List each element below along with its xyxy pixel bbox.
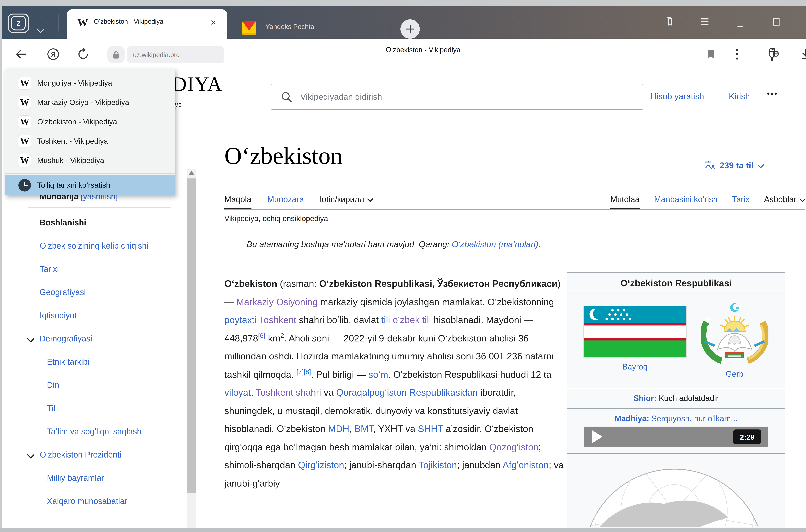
motto-row: Shior: Kuch adolatdadir (567, 388, 785, 409)
toc-item-label: Etnik tarkibi (47, 357, 90, 366)
maximize-button[interactable] (770, 16, 783, 28)
wikipedia-favicon: W (18, 154, 31, 167)
toc-item[interactable]: Milliy bayramlar (28, 473, 157, 483)
address-bar[interactable]: uz.wikipedia.org (127, 46, 224, 63)
history-item-label: Toshkent - Vikipediya (37, 137, 108, 146)
article-tab[interactable]: Maqola (224, 195, 251, 209)
chevron-down-icon (800, 196, 806, 202)
passwords-key-button[interactable] (764, 42, 782, 66)
toc-item[interactable]: Geografiyasi (28, 287, 150, 298)
toc-item[interactable]: Oʻzbekiston Prezidenti (28, 450, 150, 460)
coat-of-arms-image[interactable] (701, 300, 768, 367)
login-link[interactable]: Kirish (729, 91, 750, 101)
yandex-mail-favicon (242, 21, 256, 35)
toc-item-label: Demografiyasi (40, 334, 92, 343)
location-globe-image (567, 454, 785, 527)
toc-item[interactable]: Taʼlim va sogʻliqni saqlash (28, 426, 157, 437)
history-menu-item[interactable]: W Markaziy Osiyo - Vikipediya (5, 93, 175, 112)
site-subtitle: Vikipediya, ochiq ensiklopediya (224, 214, 328, 223)
plus-icon (406, 25, 414, 33)
language-selector[interactable]: A 239 ta til (704, 159, 763, 173)
download-button[interactable] (797, 42, 806, 66)
new-tab-button[interactable] (400, 19, 420, 39)
article-tab-label: Asboblar (764, 195, 797, 205)
wiki-search-box[interactable] (271, 84, 643, 110)
second-tab[interactable]: Yandeks Pochta (266, 23, 314, 31)
toc-item-label: Til (47, 404, 55, 413)
toc-expand-chevron-icon[interactable] (27, 451, 35, 459)
history-item-label: Markaziy Osiyo - Vikipediya (37, 98, 129, 107)
history-menu-item[interactable]: W Mushuk - Vikipediya (5, 151, 175, 170)
country-infobox: Oʻzbekiston Respublikasi Bayroq (567, 272, 785, 528)
article-tab-label: Maqola (224, 195, 251, 205)
article-tab-label: Tarix (732, 195, 750, 205)
menu-separator (5, 173, 175, 174)
search-icon (280, 91, 293, 106)
window-frame-left (0, 0, 2, 532)
history-item-list: W Mongoliya - Vikipediya W Markaziy Osiy… (5, 74, 175, 170)
reload-button[interactable] (75, 42, 92, 66)
toc-item[interactable]: Demografiyasi (28, 334, 150, 344)
flag-crescent (590, 308, 602, 321)
toc-item[interactable]: Iqtisodiyot (28, 310, 150, 321)
toc-item[interactable]: Din (28, 380, 157, 391)
toc-item[interactable]: Boshlanishi (28, 217, 150, 228)
toc-item[interactable]: Tarixi (28, 264, 150, 275)
toc-item[interactable]: Xalqaro munosabatlar (28, 496, 157, 507)
anthem-title[interactable]: Madhiya: Serquyosh, hur oʻlkam... (567, 414, 785, 423)
article-tabs-left: Maqola Munozara lotin/кирилл (224, 195, 372, 209)
window-frame-bottom (0, 528, 806, 532)
play-icon[interactable] (592, 431, 602, 443)
chevron-down-icon (757, 162, 764, 168)
url-text: uz.wikipedia.org (127, 51, 180, 58)
history-menu-item[interactable]: W Toshkent - Vikipediya (5, 132, 175, 151)
history-item-label: Oʻzbekiston - Vikipediya (37, 117, 117, 126)
active-tab[interactable]: W Oʻzbekiston - Vikipediya ✕ (67, 9, 227, 39)
toc-item-label: Oʻzbek soʻzining kelib chiqishi (40, 241, 149, 250)
yandex-search-button[interactable]: Я (44, 42, 62, 66)
article-tab[interactable]: Manbasini koʻrish (654, 195, 718, 209)
back-button[interactable] (13, 42, 30, 66)
tab-close-button[interactable]: ✕ (208, 17, 218, 28)
article-tab[interactable]: Asboblar (764, 195, 805, 209)
history-menu-item[interactable]: W Mongoliya - Vikipediya (5, 74, 175, 93)
toc-item[interactable]: Til (28, 403, 157, 414)
show-full-history-item[interactable]: Toʻliq tarixni koʻrsatish (5, 175, 175, 195)
tab-bar: 2 W Oʻzbekiston - Vikipediya ✕ Yandeks P… (2, 6, 806, 39)
browser-menu-button[interactable] (698, 16, 711, 28)
flag-caption-link[interactable]: Bayroq (584, 362, 686, 372)
browser-window: VIKIPEDIYA Ochiq ensiklopediya Hisob yar… (0, 0, 806, 532)
toc-scroll-up-arrow[interactable] (189, 171, 194, 175)
wiki-search-input[interactable] (299, 84, 635, 109)
article-tab[interactable]: Mutolaa (610, 195, 639, 209)
toc-item-label: Oʻzbekiston Prezidenti (40, 450, 121, 459)
site-security-badge[interactable] (107, 46, 125, 63)
history-clock-icon (18, 179, 31, 191)
toolbar-page-title: Oʻzbekiston - Vikipediya (339, 46, 508, 54)
anthem-audio-player[interactable]: 2:29 (584, 426, 768, 447)
toc-item-label: Iqtisodiyot (40, 311, 77, 320)
wikipedia-favicon: W (76, 16, 89, 29)
coa-caption-link[interactable]: Gerb (701, 369, 768, 379)
create-account-link[interactable]: Hisob yaratish (650, 91, 704, 101)
more-options-dots[interactable]: ••• (767, 90, 778, 98)
article-tab[interactable]: Munozara (267, 195, 304, 209)
toc-item[interactable]: Oʻzbek soʻzining kelib chiqishi (28, 241, 150, 251)
article-tab[interactable]: Tarix (732, 195, 750, 209)
table-of-contents: Mundarija [yashirish] Boshlanishi Oʻzbek… (28, 192, 173, 519)
article-first-paragraph: Oʻzbekiston (rasman: Oʻzbekiston Respubl… (224, 275, 564, 492)
toc-scrollbar[interactable] (187, 169, 196, 528)
tab-counter-button[interactable]: 2 (8, 14, 29, 33)
uzbekistan-flag-image[interactable] (584, 306, 686, 357)
article-tab[interactable]: lotin/кирилл (320, 195, 372, 209)
toc-item[interactable]: Etnik tarkibi (28, 357, 157, 367)
toc-scrollbar-thumb[interactable] (187, 178, 196, 493)
history-menu-item[interactable]: W Oʻzbekiston - Vikipediya (5, 112, 175, 132)
minimize-button[interactable] (734, 18, 747, 31)
toc-expand-chevron-icon[interactable] (27, 335, 35, 343)
bookmark-button[interactable] (702, 42, 719, 66)
article-tab-label: Mutolaa (610, 195, 639, 205)
tab-list-chevron-icon[interactable] (37, 25, 45, 33)
toolbar-menu-kebab[interactable] (728, 42, 746, 66)
side-panel-button[interactable] (664, 16, 676, 28)
